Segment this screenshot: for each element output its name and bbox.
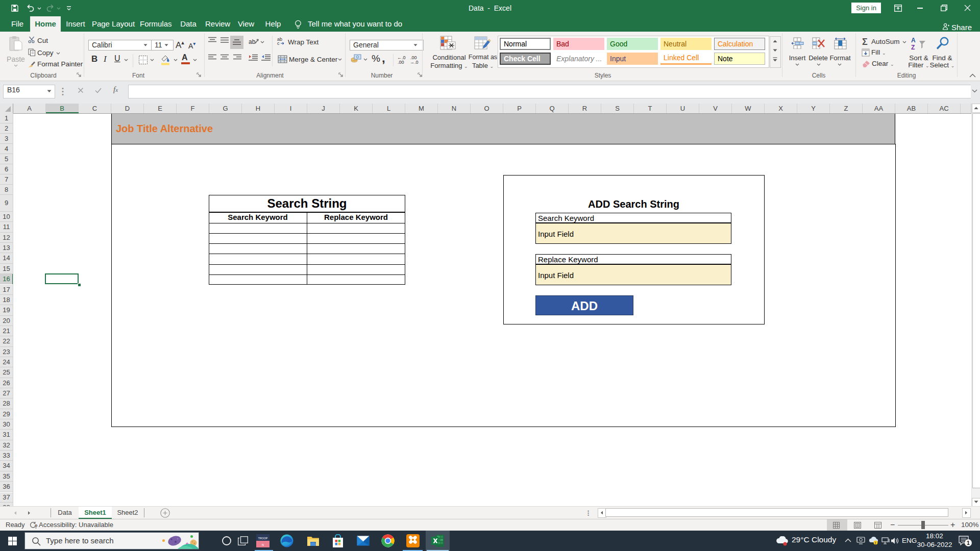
svg-text:!: ! [875,541,876,545]
svg-text:Z: Z [911,44,915,51]
svg-text:TROOP: TROOP [258,537,268,540]
svg-text:→.0: →.0 [410,60,419,65]
svg-text:ab: ab [249,38,256,45]
svg-text:A: A [911,37,916,44]
svg-text:?: ? [35,524,38,530]
svg-text:.00: .00 [398,60,404,65]
svg-text:N: N [262,543,264,546]
svg-text:c: c [277,41,280,45]
